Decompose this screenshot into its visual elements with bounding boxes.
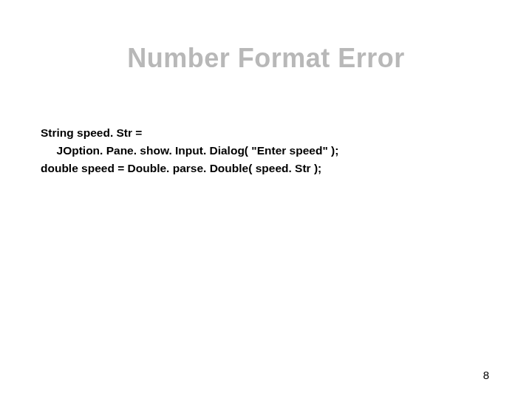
slide-title: Number Format Error — [0, 43, 532, 74]
page-number: 8 — [483, 369, 489, 381]
slide: Number Format Error String speed. Str = … — [0, 0, 532, 399]
code-block: String speed. Str = JOption. Pane. show.… — [41, 124, 338, 177]
code-line-3: double speed = Double. parse. Double( sp… — [41, 162, 321, 174]
code-line-1: String speed. Str = — [41, 126, 142, 139]
code-line-2: JOption. Pane. show. Input. Dialog( "Ent… — [41, 144, 338, 157]
